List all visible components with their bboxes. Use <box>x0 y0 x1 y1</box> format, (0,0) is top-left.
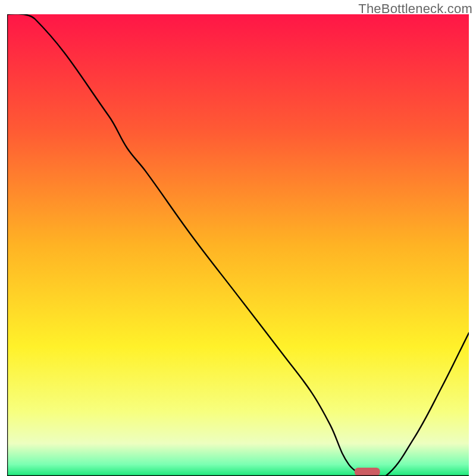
watermark-text: TheBottleneck.com <box>358 1 472 17</box>
gradient-background <box>7 14 469 476</box>
optimal-marker <box>355 468 380 476</box>
plot-area <box>7 14 469 476</box>
chart-svg <box>7 14 469 476</box>
chart-stage: TheBottleneck.com <box>0 0 476 476</box>
